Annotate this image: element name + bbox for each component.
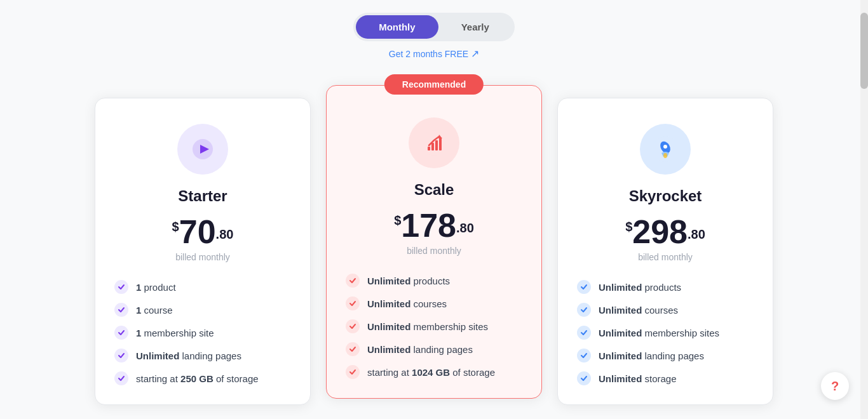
- list-item: 1 product: [114, 280, 291, 294]
- feature-text: Unlimited storage: [599, 373, 677, 384]
- check-icon: [346, 296, 360, 310]
- svg-point-2: [421, 130, 447, 156]
- starter-billed-text: billed monthly: [114, 252, 291, 262]
- scale-billed-text: billed monthly: [346, 246, 522, 256]
- billing-toggle: Monthly Yearly: [353, 13, 515, 41]
- scrollbar[interactable]: [860, 0, 868, 419]
- list-item: 1 course: [114, 303, 291, 317]
- page-wrapper: Monthly Yearly Get 2 months FREE ↗ Start…: [0, 0, 868, 418]
- help-button[interactable]: ?: [821, 372, 849, 400]
- check-icon: [577, 371, 591, 385]
- check-icon: [114, 280, 128, 294]
- list-item: Unlimited membership sites: [346, 319, 522, 333]
- free-months-promo: Get 2 months FREE ↗: [389, 48, 479, 60]
- feature-text: Unlimited courses: [367, 298, 447, 309]
- plans-container: Starter $70.80 billed monthly 1 product …: [38, 79, 830, 405]
- check-icon: [114, 349, 128, 362]
- svg-rect-6: [439, 138, 442, 150]
- skyrocket-features-list: Unlimited products Unlimited courses Unl…: [577, 280, 754, 385]
- skyrocket-price: $298.80: [577, 215, 754, 248]
- monthly-toggle-button[interactable]: Monthly: [356, 15, 438, 39]
- list-item: Unlimited courses: [577, 303, 754, 317]
- scale-plan-icon: [409, 117, 459, 168]
- skyrocket-plan-name: Skyrocket: [577, 187, 754, 205]
- check-icon: [577, 349, 591, 362]
- svg-point-11: [663, 153, 667, 158]
- check-icon: [346, 274, 360, 288]
- check-icon: [114, 326, 128, 340]
- feature-text: Unlimited membership sites: [367, 321, 488, 332]
- starter-price-cents: .80: [216, 227, 234, 241]
- list-item: Unlimited storage: [577, 371, 754, 385]
- check-icon: [346, 365, 360, 379]
- arrow-icon: ↗: [471, 48, 479, 60]
- check-icon: [577, 280, 591, 294]
- check-icon: [114, 303, 128, 317]
- skyrocket-plan-card: Skyrocket $298.80 billed monthly Unlimit…: [557, 98, 773, 405]
- skyrocket-price-cents: .80: [688, 227, 705, 241]
- starter-plan-icon: [177, 124, 228, 175]
- check-icon: [346, 319, 360, 333]
- skyrocket-billed-text: billed monthly: [577, 252, 754, 262]
- recommended-badge: Recommended: [384, 74, 484, 95]
- starter-plan-card: Starter $70.80 billed monthly 1 product …: [95, 98, 311, 405]
- scale-price-cents: .80: [456, 221, 474, 235]
- starter-price: $70.80: [114, 215, 291, 248]
- billing-toggle-container: Monthly Yearly Get 2 months FREE ↗: [38, 13, 830, 60]
- list-item: Unlimited courses: [346, 296, 522, 310]
- feature-text: Unlimited membership sites: [599, 328, 719, 338]
- check-icon: [577, 303, 591, 317]
- feature-text: 1 membership site: [136, 328, 214, 338]
- check-icon: [114, 371, 128, 385]
- svg-rect-4: [431, 143, 434, 150]
- list-item: Unlimited products: [346, 274, 522, 288]
- scale-plan-card: Recommended Scale $178.80 billed mo: [326, 85, 542, 399]
- list-item: Unlimited landing pages: [346, 342, 522, 356]
- scale-plan-name: Scale: [346, 181, 522, 199]
- feature-text: Unlimited products: [599, 282, 681, 293]
- svg-rect-5: [435, 140, 438, 150]
- list-item: starting at 1024 GB of storage: [346, 365, 522, 379]
- svg-rect-3: [428, 147, 430, 150]
- list-item: Unlimited membership sites: [577, 326, 754, 340]
- list-item: Unlimited products: [577, 280, 754, 294]
- check-icon: [346, 342, 360, 356]
- svg-point-10: [663, 145, 667, 149]
- feature-text: Unlimited courses: [599, 305, 678, 316]
- feature-text: starting at 1024 GB of storage: [367, 367, 495, 378]
- check-icon: [577, 326, 591, 340]
- feature-text: Unlimited landing pages: [599, 350, 704, 361]
- scrollbar-thumb[interactable]: [860, 13, 868, 89]
- starter-features-list: 1 product 1 course 1 membership site: [114, 280, 291, 385]
- skyrocket-plan-icon: [640, 124, 691, 175]
- starter-price-main: 70: [179, 213, 216, 250]
- skyrocket-dollar-sign: $: [625, 220, 632, 234]
- skyrocket-price-main: 298: [632, 213, 688, 250]
- list-item: Unlimited landing pages: [577, 349, 754, 362]
- starter-plan-name: Starter: [114, 187, 291, 205]
- list-item: Unlimited landing pages: [114, 349, 291, 362]
- feature-text: Unlimited landing pages: [367, 344, 473, 355]
- list-item: starting at 250 GB of storage: [114, 371, 291, 385]
- feature-text: 1 course: [136, 305, 173, 316]
- feature-text: Unlimited landing pages: [136, 350, 241, 361]
- starter-dollar-sign: $: [172, 220, 179, 234]
- list-item: 1 membership site: [114, 326, 291, 340]
- feature-text: Unlimited products: [367, 276, 450, 286]
- scale-dollar-sign: $: [394, 213, 401, 227]
- scale-features-list: Unlimited products Unlimited courses Unl…: [346, 274, 522, 379]
- yearly-toggle-button[interactable]: Yearly: [438, 15, 512, 39]
- free-months-text: Get 2 months FREE: [389, 49, 468, 59]
- scale-price: $178.80: [346, 209, 522, 242]
- feature-text: 1 product: [136, 282, 176, 293]
- scale-price-main: 178: [401, 207, 456, 244]
- feature-text: starting at 250 GB of storage: [136, 373, 259, 384]
